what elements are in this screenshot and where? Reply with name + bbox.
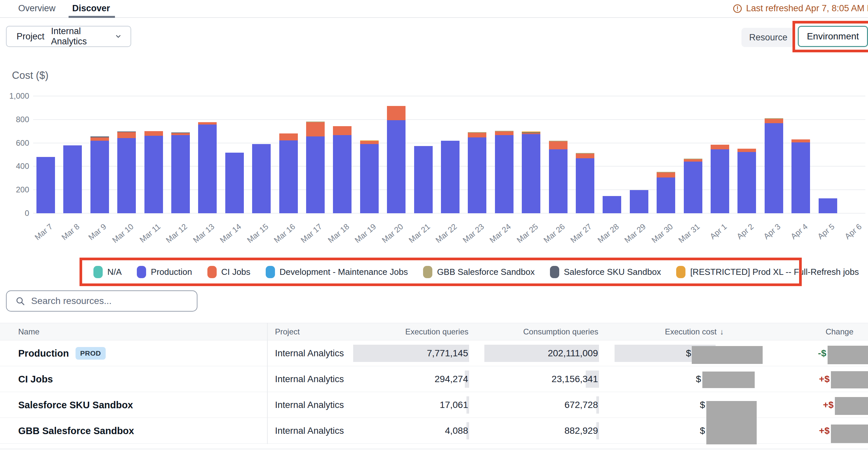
- bar-segment-ci-jobs[interactable]: [576, 154, 594, 158]
- bar-segment-ci-jobs[interactable]: [468, 133, 486, 137]
- bar-segment--restricted-prod-xl-full-refresh-jobs[interactable]: [522, 131, 540, 133]
- bar-segment-production[interactable]: [252, 144, 271, 213]
- tab-overview[interactable]: Overview: [18, 3, 56, 13]
- bar-segment-production[interactable]: [792, 142, 810, 213]
- legend-item[interactable]: N/A: [93, 266, 122, 278]
- bar-segment-production[interactable]: [765, 123, 783, 213]
- bar-segment-gbb-salesforce-sandbox[interactable]: [657, 172, 675, 172]
- bar-segment-production[interactable]: [576, 158, 594, 213]
- bar-segment-production[interactable]: [360, 144, 379, 213]
- bar-segment-gbb-salesforce-sandbox[interactable]: [306, 122, 325, 122]
- bar-segment-ci-jobs[interactable]: [90, 137, 109, 141]
- bar-segment-ci-jobs[interactable]: [333, 126, 351, 135]
- chart-title: Cost ($): [12, 69, 49, 82]
- bar-segment-ci-jobs[interactable]: [792, 139, 810, 142]
- bar-segment-production[interactable]: [711, 149, 729, 213]
- resource-name[interactable]: CI Jobs: [18, 374, 53, 385]
- legend-item[interactable]: Production: [137, 266, 192, 278]
- tab-discover[interactable]: Discover: [72, 3, 110, 13]
- bar-segment-production[interactable]: [145, 136, 163, 213]
- legend-item[interactable]: Development - Maintenance Jobs: [266, 266, 408, 278]
- y-axis-tick: 400: [0, 162, 29, 171]
- last-refreshed-status: Last refreshed Apr 7, 8:05 AM PD: [733, 3, 868, 13]
- bar-segment-production[interactable]: [387, 120, 405, 213]
- execution-cost-cell: $: [610, 396, 716, 414]
- column-header-name[interactable]: Name: [18, 323, 39, 341]
- column-header-execution-cost[interactable]: Execution cost ↓: [665, 323, 724, 341]
- bar-segment-production[interactable]: [414, 146, 433, 213]
- bar-segment-production[interactable]: [225, 153, 244, 213]
- bar-segment-production[interactable]: [333, 135, 351, 213]
- bar-segment-ci-jobs[interactable]: [306, 122, 325, 136]
- bar-segment-ci-jobs[interactable]: [738, 149, 756, 152]
- value-text: 672,728: [564, 400, 599, 410]
- bar-segment-production[interactable]: [441, 141, 460, 213]
- bar-segment-production[interactable]: [549, 149, 567, 213]
- bar-segment-production[interactable]: [117, 138, 136, 213]
- group-by-environment-button[interactable]: Environment: [798, 26, 868, 47]
- bar-segment-gbb-salesforce-sandbox[interactable]: [576, 153, 594, 154]
- bar-segment-production[interactable]: [90, 141, 109, 213]
- bar-segment-production[interactable]: [468, 137, 486, 213]
- bar-segment-production[interactable]: [306, 136, 325, 213]
- bar-segment-salesforce-sku-sandbox[interactable]: [90, 136, 109, 137]
- bar-segment-production[interactable]: [657, 178, 675, 213]
- bar-segment-salesforce-sku-sandbox[interactable]: [117, 131, 136, 132]
- legend-item[interactable]: [RESTRICTED] Prod XL -- Full-Refresh job…: [676, 266, 859, 278]
- bar-segment-production[interactable]: [171, 135, 190, 213]
- bar-segment-production[interactable]: [198, 125, 217, 213]
- legend-item[interactable]: CI Jobs: [207, 266, 250, 278]
- top-tab-bar: Overview Discover Last refreshed Apr 7, …: [0, 0, 868, 18]
- group-by-resource-button[interactable]: Resource: [741, 28, 795, 47]
- project-filter-dropdown[interactable]: Project Internal Analytics: [6, 26, 131, 47]
- bar-segment-gbb-salesforce-sandbox[interactable]: [765, 118, 783, 119]
- bar-segment-production[interactable]: [63, 146, 82, 213]
- y-axis-tick: 1,000: [0, 91, 29, 101]
- bar-segment-ci-jobs[interactable]: [279, 133, 298, 140]
- bar-segment-gbb-salesforce-sandbox[interactable]: [549, 141, 567, 141]
- search-input[interactable]: [31, 296, 190, 306]
- bar-segment-ci-jobs[interactable]: [360, 141, 379, 144]
- bar-segment-ci-jobs[interactable]: [657, 172, 675, 178]
- bar-segment-production[interactable]: [522, 134, 540, 213]
- cost-currency-prefix: $: [686, 345, 691, 362]
- x-axis-label: Mar 25: [515, 222, 540, 245]
- bar-segment-production[interactable]: [495, 135, 514, 213]
- bar-segment-ci-jobs[interactable]: [495, 131, 514, 135]
- column-header-change[interactable]: Change: [826, 323, 854, 341]
- column-header-execution-queries[interactable]: Execution queries: [405, 323, 468, 341]
- legend-label: Development - Maintenance Jobs: [280, 267, 408, 277]
- bar-segment-gbb-salesforce-sandbox[interactable]: [684, 159, 702, 159]
- project-cell: Internal Analytics: [275, 341, 344, 366]
- legend-item[interactable]: GBB Salesforce Sandbox: [423, 266, 535, 278]
- bar-segment-production[interactable]: [819, 198, 837, 213]
- bar-segment-salesforce-sku-sandbox[interactable]: [522, 132, 540, 133]
- bar-segment-ci-jobs[interactable]: [171, 133, 190, 135]
- bar-segment-ci-jobs[interactable]: [198, 122, 217, 125]
- bar-segment-production[interactable]: [36, 157, 55, 213]
- bar-segment--restricted-prod-xl-full-refresh-jobs[interactable]: [360, 140, 379, 141]
- bar-segment-ci-jobs[interactable]: [711, 145, 729, 149]
- bar-segment-ci-jobs[interactable]: [522, 133, 540, 134]
- bar-segment-production[interactable]: [738, 152, 756, 213]
- bar-segment-gbb-salesforce-sandbox[interactable]: [495, 131, 514, 131]
- bar-segment-production[interactable]: [684, 162, 702, 213]
- bar-segment-ci-jobs[interactable]: [387, 106, 405, 120]
- resource-name[interactable]: Salesforce SKU Sandbox: [18, 400, 133, 411]
- bar-segment-production[interactable]: [279, 140, 298, 213]
- bar-segment-ci-jobs[interactable]: [549, 141, 567, 149]
- resource-name[interactable]: Production: [18, 348, 69, 359]
- bar-segment-production[interactable]: [602, 196, 621, 213]
- bar-segment-ci-jobs[interactable]: [145, 131, 163, 136]
- column-header-project[interactable]: Project: [275, 323, 300, 341]
- bar-segment-ci-jobs[interactable]: [765, 119, 783, 123]
- column-header-consumption-queries[interactable]: Consumption queries: [523, 323, 598, 341]
- bar-segment-gbb-salesforce-sandbox[interactable]: [468, 132, 486, 133]
- bar-segment-salesforce-sku-sandbox[interactable]: [171, 132, 190, 133]
- bar-segment-ci-jobs[interactable]: [117, 132, 136, 138]
- resource-name[interactable]: GBB Salesforce Sandbox: [18, 425, 134, 437]
- legend-item[interactable]: Salesforce SKU Sandbox: [550, 266, 661, 278]
- bar-segment-production[interactable]: [630, 190, 648, 213]
- bar-segment-ci-jobs[interactable]: [684, 159, 702, 161]
- execution-queries-cell: 4,088: [350, 422, 469, 440]
